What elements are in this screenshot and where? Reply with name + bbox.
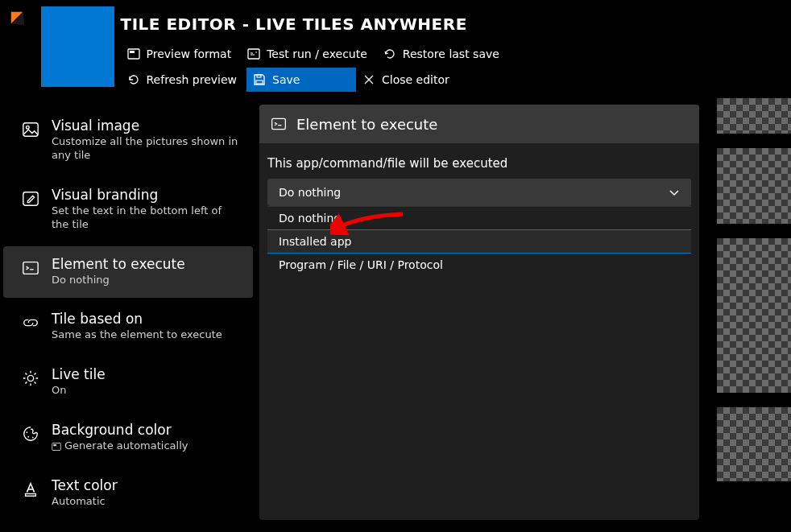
sidebar-item-tile-based-on[interactable]: Tile based on Same as the element to exe… [3, 301, 253, 353]
sidebar-item-label: Tile based on [52, 311, 222, 327]
save-icon [253, 73, 266, 86]
svg-point-3 [255, 52, 257, 53]
section-label: This app/command/file will be executed [267, 156, 691, 171]
tile-preview-large [717, 407, 791, 481]
sidebar-item-sub: Do nothing [52, 274, 185, 287]
preview-format-icon [127, 47, 140, 60]
restore-button[interactable]: Restore last save [377, 42, 509, 66]
preview-format-label: Preview format [147, 47, 232, 60]
auto-icon [52, 442, 61, 452]
svg-rect-6 [23, 123, 38, 137]
refresh-label: Refresh preview [147, 73, 238, 86]
chevron-down-icon [669, 187, 680, 198]
tile-preview [41, 6, 114, 87]
svg-rect-14 [52, 443, 61, 450]
edit-icon [21, 187, 40, 232]
restore-label: Restore last save [403, 47, 499, 60]
sidebar-item-element-execute[interactable]: Element to execute Do nothing [3, 246, 253, 299]
sidebar-item-label: Element to execute [52, 256, 185, 272]
svg-rect-17 [272, 118, 286, 129]
preview-format-button[interactable]: Preview format [121, 42, 242, 66]
sidebar-item-label: Visual branding [52, 187, 238, 203]
panel-title: Element to execute [296, 116, 437, 133]
test-run-icon [247, 47, 260, 60]
sidebar-item-visual-branding[interactable]: Visual branding Set the text in the bott… [3, 177, 253, 243]
tile-preview-wide [717, 238, 791, 393]
image-icon [21, 118, 40, 163]
undo-icon [383, 47, 396, 60]
sidebar-item-sub: On [52, 384, 106, 398]
combo-value: Do nothing [279, 186, 341, 199]
refresh-preview-button[interactable]: Refresh preview [121, 68, 247, 92]
close-icon [362, 73, 375, 86]
tile-preview-medium [717, 148, 791, 224]
sidebar-item-sub: Same as the element to execute [52, 328, 222, 342]
terminal-icon [21, 256, 40, 287]
sidebar-item-label: Background color [52, 422, 188, 438]
sidebar-item-label: Live tile [52, 366, 106, 382]
svg-rect-4 [256, 80, 263, 84]
text-color-icon [21, 477, 40, 509]
svg-rect-0 [128, 49, 139, 59]
page-title: TILE EDITOR - LIVE TILES ANYWHERE [121, 14, 792, 34]
sidebar-item-text-color[interactable]: Text color Automatic [3, 468, 253, 520]
terminal-icon [271, 116, 287, 132]
sidebar-item-sub: Automatic [52, 495, 118, 509]
sidebar-item-sub: Set the text in the bottom left of the t… [52, 204, 238, 232]
sidebar-item-sub: Generate automatically [52, 439, 188, 453]
dropdown-option-installed-app[interactable]: Installed app [267, 229, 691, 254]
app-logo-icon [0, 6, 35, 31]
svg-point-10 [27, 376, 33, 381]
sun-icon [21, 366, 40, 398]
execute-dropdown-list: Do nothing Installed app Program / File … [267, 206, 691, 276]
test-run-button[interactable]: Test run / execute [241, 42, 377, 66]
sidebar-item-sub: Customize all the pictures shown in any … [52, 135, 238, 163]
palette-icon [21, 422, 40, 453]
svg-rect-1 [130, 51, 135, 53]
close-label: Close editor [382, 73, 449, 86]
svg-rect-5 [257, 75, 261, 77]
test-run-label: Test run / execute [267, 47, 367, 60]
sidebar-item-label: Text color [52, 477, 118, 493]
close-editor-button[interactable]: Close editor [356, 68, 475, 92]
save-label: Save [272, 73, 300, 86]
svg-point-12 [27, 436, 29, 438]
svg-rect-2 [248, 49, 259, 59]
tile-preview-small [717, 98, 791, 134]
tile-size-previews [717, 98, 791, 481]
sidebar-item-background-color[interactable]: Background color Generate automatically [3, 412, 253, 464]
svg-point-13 [32, 437, 34, 439]
sidebar-item-label: Visual image [52, 118, 238, 134]
save-button[interactable]: Save [246, 68, 356, 92]
dropdown-option-program-file[interactable]: Program / File / URI / Protocol [267, 254, 691, 276]
svg-rect-9 [23, 262, 38, 274]
sidebar-item-live-tile[interactable]: Live tile On [3, 357, 253, 409]
svg-point-11 [27, 431, 28, 433]
dropdown-option-do-nothing[interactable]: Do nothing [267, 207, 691, 229]
link-icon [21, 311, 40, 342]
svg-rect-15 [53, 444, 56, 446]
main-panel: Element to execute This app/command/file… [259, 105, 699, 520]
refresh-icon [127, 73, 140, 86]
svg-point-7 [27, 126, 30, 129]
svg-rect-16 [26, 494, 36, 497]
sidebar-item-visual-image[interactable]: Visual image Customize all the pictures … [3, 108, 253, 174]
execute-combo[interactable]: Do nothing [267, 179, 691, 206]
